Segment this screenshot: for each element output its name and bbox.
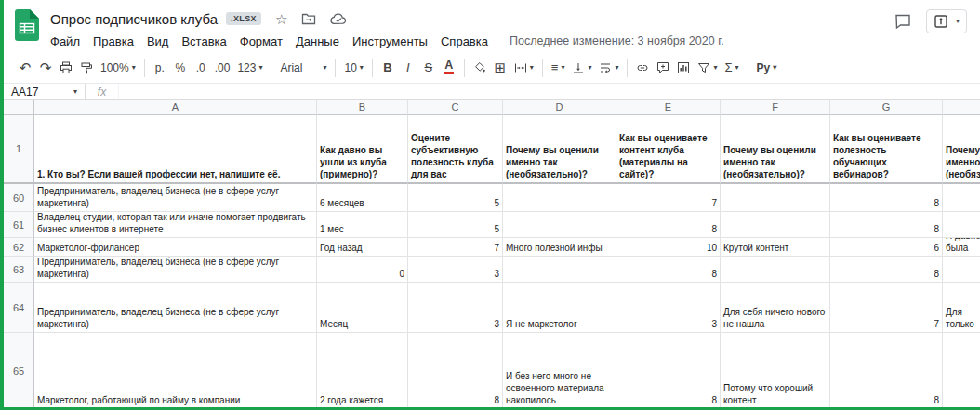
cell-G61[interactable]: 8 <box>830 212 943 238</box>
cell-A64[interactable]: Предприниматель, владелец бизнеса (не в … <box>34 283 317 333</box>
column-header-G[interactable]: G <box>830 100 943 115</box>
cell-D64[interactable]: Я не маркетолог <box>503 283 616 333</box>
format-currency-button[interactable]: р. <box>150 57 170 79</box>
row-header-62[interactable]: 62 <box>4 238 34 257</box>
column-header-B[interactable]: B <box>317 100 408 115</box>
number-format-button[interactable]: 123 ▾ <box>233 57 266 79</box>
menu-help[interactable]: Справка <box>434 33 495 50</box>
strikethrough-button[interactable]: S <box>418 57 439 79</box>
cell-H63[interactable] <box>943 257 980 283</box>
move-folder-icon[interactable] <box>301 12 316 26</box>
cell-C65[interactable]: 8 <box>408 333 503 409</box>
row-header-1[interactable]: 1 <box>4 115 34 184</box>
input-tools-button[interactable]: Ру ▾ <box>753 57 781 79</box>
cell-C61[interactable]: 5 <box>408 212 503 238</box>
cell-F60[interactable] <box>721 184 830 212</box>
cell-G60[interactable]: 8 <box>830 184 943 212</box>
column-header-F[interactable]: F <box>721 100 830 115</box>
last-edit-link[interactable]: Последнее изменение: 3 ноября 2020 г. <box>510 34 724 47</box>
present-button[interactable]: ▾ <box>926 9 967 33</box>
cell-G63[interactable]: 8 <box>830 257 943 283</box>
menu-file[interactable]: Файл <box>44 33 86 50</box>
menu-format[interactable]: Формат <box>233 33 289 50</box>
cell-C62[interactable]: 7 <box>408 238 503 257</box>
cell-F62[interactable]: Крутой контент <box>721 238 830 257</box>
cell-A61[interactable]: Владелец студии, которая так или иначе п… <box>34 212 317 238</box>
cell-B61[interactable]: 1 мес <box>317 212 408 238</box>
text-color-button[interactable]: A <box>439 57 459 79</box>
cell-A1[interactable]: 1. Кто вы? Если вашей профессии нет, нап… <box>34 115 317 184</box>
cell-F1[interactable]: Почему вы оценили именно так (необязател… <box>721 115 830 184</box>
menu-data[interactable]: Данные <box>289 33 346 50</box>
redo-button[interactable]: ↷ <box>35 57 56 79</box>
cell-E60[interactable]: 7 <box>616 184 721 212</box>
cell-G65[interactable]: 8 <box>830 333 943 409</box>
horizontal-align-button[interactable]: ≡ ▾ <box>548 57 569 79</box>
bold-button[interactable]: B <box>377 57 398 79</box>
cell-B62[interactable]: Год назад <box>317 238 408 257</box>
cell-B63[interactable]: 0 <box>317 257 408 283</box>
cell-H60[interactable] <box>943 184 980 212</box>
functions-button[interactable]: Σ ▾ <box>722 57 743 79</box>
cell-A63[interactable]: Предприниматель, владелец бизнеса (не в … <box>34 257 317 283</box>
format-percent-button[interactable]: % <box>170 57 191 79</box>
cell-E61[interactable]: 8 <box>616 212 721 238</box>
cell-D62[interactable]: Много полезной инфы <box>503 238 616 257</box>
undo-button[interactable]: ↶ <box>15 57 35 79</box>
cell-D1[interactable]: Почему вы оценили именно так (необязател… <box>503 115 616 184</box>
name-box[interactable]: AA17 ▾ <box>4 84 86 99</box>
column-header-D[interactable]: D <box>503 100 616 115</box>
cell-E63[interactable]: 8 <box>616 257 721 283</box>
menu-view[interactable]: Вид <box>140 33 176 50</box>
decrease-decimal-button[interactable]: .0 <box>191 57 211 79</box>
cell-B1[interactable]: Как давно вы ушли из клуба (примерно)? <box>317 115 408 184</box>
cell-E64[interactable]: 3 <box>616 283 721 333</box>
text-wrap-button[interactable]: ▾ <box>595 57 622 79</box>
column-header-C[interactable]: C <box>408 100 503 115</box>
menu-tools[interactable]: Инструменты <box>346 33 434 50</box>
menu-insert[interactable]: Вставка <box>175 33 232 50</box>
cell-B60[interactable]: 6 месяцев <box>317 184 408 212</box>
cell-G64[interactable]: 7 <box>830 283 943 333</box>
cell-D63[interactable] <box>503 257 616 283</box>
insert-link-button[interactable] <box>632 57 653 79</box>
cell-D60[interactable] <box>503 184 616 212</box>
row-header-61[interactable]: 61 <box>4 212 34 238</box>
cell-D61[interactable] <box>503 212 616 238</box>
cell-A60[interactable]: Предприниматель, владелец бизнеса (не в … <box>34 184 317 212</box>
font-size-select[interactable]: 10 ▾ <box>340 57 366 79</box>
cell-A62[interactable]: Маркетолог-фрилансер <box>34 238 317 257</box>
cell-G1[interactable]: Как вы оцениваете полезность обучающих в… <box>830 115 943 184</box>
font-select[interactable]: Arial ▾ <box>276 57 330 79</box>
increase-decimal-button[interactable]: .00 <box>211 57 234 79</box>
cell-C63[interactable]: 3 <box>408 257 503 283</box>
cell-E62[interactable]: 10 <box>616 238 721 257</box>
merge-cells-button[interactable]: ▾ <box>510 57 537 79</box>
insert-comment-button[interactable] <box>653 57 673 79</box>
zoom-select[interactable]: 100% ▾ <box>97 57 139 79</box>
insert-chart-button[interactable] <box>673 57 694 79</box>
filter-button[interactable]: ▾ <box>694 57 721 79</box>
comments-button[interactable] <box>894 13 911 30</box>
cell-H64[interactable]: Для только <box>943 283 980 333</box>
star-icon[interactable]: ☆ <box>275 12 287 26</box>
menu-edit[interactable]: Правка <box>86 33 140 50</box>
italic-button[interactable]: I <box>398 57 418 79</box>
cell-H65[interactable] <box>943 333 980 409</box>
cell-A65[interactable]: Маркетолог, работающий по найму в компан… <box>34 333 317 409</box>
cell-H61[interactable] <box>943 212 980 238</box>
cell-B64[interactable]: Месяц <box>317 283 408 333</box>
row-header-63[interactable]: 63 <box>4 257 34 283</box>
sheets-logo-icon[interactable] <box>15 9 39 41</box>
cell-B65[interactable]: 2 года кажется <box>317 333 408 409</box>
formula-input[interactable] <box>119 84 980 99</box>
cell-G62[interactable]: 6 <box>830 238 943 257</box>
cell-H62[interactable]: Я давно была <box>943 238 980 257</box>
cell-F64[interactable]: Для себя ничего нового не нашла <box>721 283 830 333</box>
cell-C1[interactable]: Оцените субъективную полезность клуба дл… <box>408 115 503 184</box>
cell-C64[interactable]: 3 <box>408 283 503 333</box>
cell-F65[interactable]: Потому что хороший контент <box>721 333 830 409</box>
row-header-60[interactable]: 60 <box>4 184 34 212</box>
select-all-corner[interactable] <box>4 100 34 115</box>
cell-D65[interactable]: И без него много не освоенного материала… <box>503 333 616 409</box>
